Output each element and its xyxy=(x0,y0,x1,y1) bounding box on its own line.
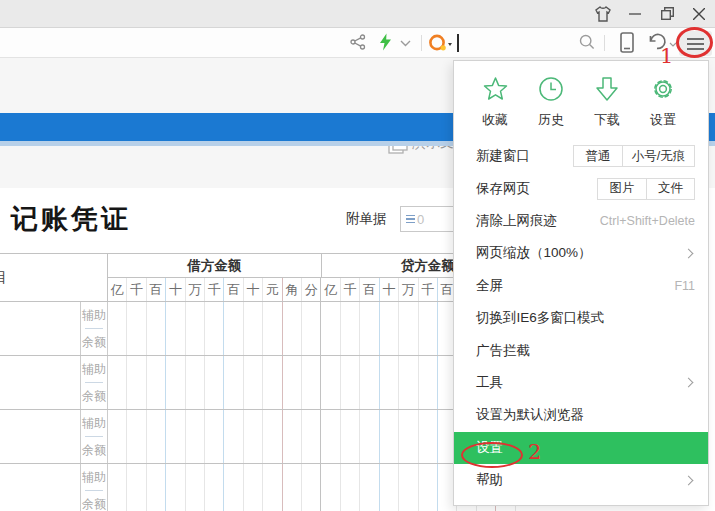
amount-cell[interactable] xyxy=(204,410,223,463)
amount-cell[interactable] xyxy=(126,356,145,409)
amount-cell[interactable] xyxy=(359,356,378,409)
amount-cell[interactable] xyxy=(418,356,437,409)
menu-item-clear-history[interactable]: 清除上网痕迹 Ctrl+Shift+Delete xyxy=(454,205,708,237)
aux-balance-cell[interactable]: 辅助余额 xyxy=(81,356,108,409)
amount-cell[interactable] xyxy=(146,410,165,463)
amount-cell[interactable] xyxy=(340,356,359,409)
amount-cell[interactable] xyxy=(185,464,204,511)
amount-cell[interactable] xyxy=(359,302,378,355)
menu-item-set-default-browser[interactable]: 设置为默认浏览器 xyxy=(454,399,708,431)
close-icon[interactable] xyxy=(683,0,715,27)
aux-balance-cell[interactable]: 辅助余额 xyxy=(81,410,108,463)
history-button[interactable]: 历史 xyxy=(528,76,574,129)
amount-cell[interactable] xyxy=(301,464,320,511)
amount-cell[interactable] xyxy=(379,410,398,463)
amount-cell[interactable] xyxy=(301,302,320,355)
amount-cell[interactable] xyxy=(204,464,223,511)
aux-balance-cell[interactable]: 辅助余额 xyxy=(81,302,108,355)
amount-cell[interactable] xyxy=(185,410,204,463)
amount-cell[interactable] xyxy=(146,464,165,511)
amount-cell[interactable] xyxy=(126,464,145,511)
amount-cell[interactable] xyxy=(301,410,320,463)
menu-item-help[interactable]: 帮助 xyxy=(454,464,708,496)
amount-cell[interactable] xyxy=(282,302,301,355)
summary-cell[interactable] xyxy=(0,410,81,463)
menu-item-new-window[interactable]: 新建窗口 普通 小号/无痕 xyxy=(454,140,708,172)
save-as-image-button[interactable]: 图片 xyxy=(598,179,646,199)
amount-cell[interactable] xyxy=(165,464,184,511)
amount-cell[interactable] xyxy=(262,356,281,409)
amount-cell[interactable] xyxy=(204,302,223,355)
amount-cell[interactable] xyxy=(340,410,359,463)
amount-cell[interactable] xyxy=(282,410,301,463)
amount-cell[interactable] xyxy=(359,410,378,463)
share-icon[interactable] xyxy=(350,34,366,50)
save-as-file-button[interactable]: 文件 xyxy=(646,179,694,199)
amount-cell[interactable] xyxy=(379,302,398,355)
amount-cell[interactable] xyxy=(398,356,417,409)
amount-cell[interactable] xyxy=(223,302,242,355)
amount-cell[interactable] xyxy=(185,302,204,355)
amount-cell[interactable] xyxy=(398,302,417,355)
amount-cell[interactable] xyxy=(320,464,339,511)
undo-dropdown-icon[interactable] xyxy=(669,42,677,47)
amount-cell[interactable] xyxy=(223,464,242,511)
amount-cell[interactable] xyxy=(204,356,223,409)
amount-cell[interactable] xyxy=(379,464,398,511)
amount-cell[interactable] xyxy=(320,302,339,355)
hamburger-menu-icon[interactable] xyxy=(679,31,712,56)
amount-cell[interactable] xyxy=(108,410,126,463)
amount-cell[interactable] xyxy=(243,302,262,355)
amount-cell[interactable] xyxy=(108,302,126,355)
amount-cell[interactable] xyxy=(320,356,339,409)
restore-icon[interactable] xyxy=(651,0,683,27)
amount-cell[interactable] xyxy=(398,410,417,463)
amount-cell[interactable] xyxy=(418,410,437,463)
chevron-down-icon[interactable] xyxy=(400,40,411,47)
amount-cell[interactable] xyxy=(146,302,165,355)
amount-cell[interactable] xyxy=(320,410,339,463)
amount-cell[interactable] xyxy=(223,356,242,409)
search-icon[interactable] xyxy=(579,34,595,50)
amount-cell[interactable] xyxy=(379,356,398,409)
amount-cell[interactable] xyxy=(243,410,262,463)
amount-cell[interactable] xyxy=(108,464,126,511)
amount-cell[interactable] xyxy=(398,464,417,511)
amount-cell[interactable] xyxy=(126,410,145,463)
aux-balance-cell[interactable]: 辅助余额 xyxy=(81,464,108,511)
summary-cell[interactable] xyxy=(0,356,81,409)
amount-cell[interactable] xyxy=(418,302,437,355)
menu-item-ie6-mode[interactable]: 切换到IE6多窗口模式 xyxy=(454,302,708,334)
amount-cell[interactable] xyxy=(262,302,281,355)
mobile-icon[interactable] xyxy=(620,32,634,53)
amount-cell[interactable] xyxy=(243,356,262,409)
menu-item-page-zoom[interactable]: 网页缩放（100%） xyxy=(454,237,708,269)
skin-icon[interactable] xyxy=(587,0,619,27)
amount-cell[interactable] xyxy=(340,302,359,355)
menu-item-save-page[interactable]: 保存网页 图片 文件 xyxy=(454,172,708,204)
new-window-incognito-button[interactable]: 小号/无痕 xyxy=(622,146,694,166)
amount-cell[interactable] xyxy=(359,464,378,511)
amount-cell[interactable] xyxy=(165,356,184,409)
menu-item-fullscreen[interactable]: 全屏 F11 xyxy=(454,270,708,302)
favorites-button[interactable]: 收藏 xyxy=(472,76,518,129)
menu-item-tools[interactable]: 工具 xyxy=(454,367,708,399)
amount-cell[interactable] xyxy=(165,302,184,355)
amount-cell[interactable] xyxy=(301,356,320,409)
flash-icon[interactable] xyxy=(379,33,392,51)
new-window-normal-button[interactable]: 普通 xyxy=(574,146,622,166)
summary-cell[interactable] xyxy=(0,302,81,355)
amount-cell[interactable] xyxy=(418,464,437,511)
amount-cell[interactable] xyxy=(165,410,184,463)
amount-cell[interactable] xyxy=(126,302,145,355)
minimize-icon[interactable] xyxy=(619,0,651,27)
amount-cell[interactable] xyxy=(282,356,301,409)
amount-cell[interactable] xyxy=(108,356,126,409)
amount-cell[interactable] xyxy=(262,410,281,463)
amount-cell[interactable] xyxy=(282,464,301,511)
amount-cell[interactable] xyxy=(223,410,242,463)
menu-item-settings[interactable]: 设置 xyxy=(454,432,708,464)
menu-item-ad-block[interactable]: 广告拦截 xyxy=(454,334,708,366)
amount-cell[interactable] xyxy=(146,356,165,409)
amount-cell[interactable] xyxy=(340,464,359,511)
